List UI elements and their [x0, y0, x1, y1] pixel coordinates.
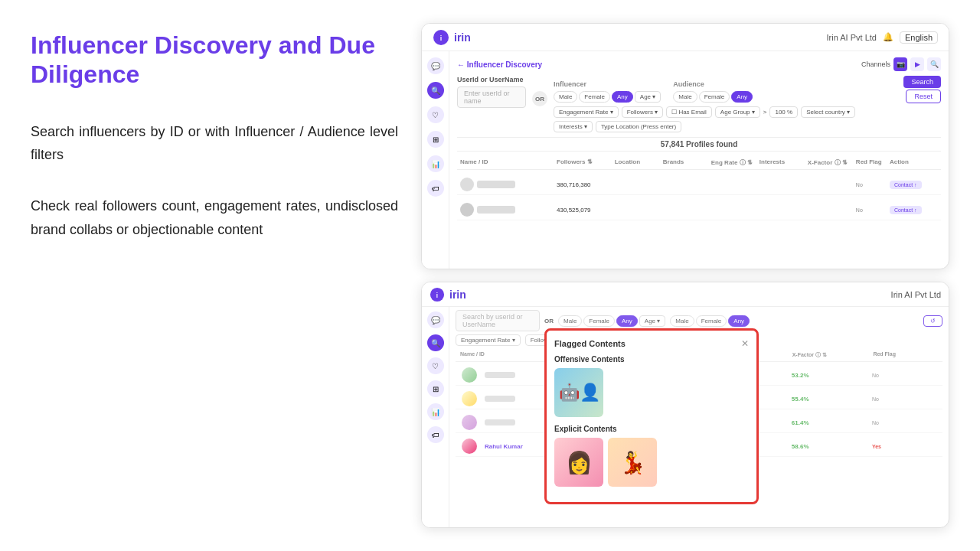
has-email-filter[interactable]: ☐ Has Email — [666, 106, 712, 118]
bottom-sidebar-search[interactable]: 🔍 — [427, 334, 444, 351]
td-action-row1[interactable]: Contact ↑ — [890, 181, 938, 189]
sidebar-icon-grid[interactable]: ⊞ — [427, 131, 444, 148]
influencer-male-btn[interactable]: Male — [554, 91, 577, 103]
location-filter[interactable]: Type Location (Press enter) — [596, 121, 681, 132]
language-selector-top[interactable]: English — [900, 31, 938, 44]
engagement-filter[interactable]: Engagement Rate ▾ — [554, 106, 619, 118]
audience-female-btn[interactable]: Female — [699, 91, 730, 103]
bottom-avatar-rahul — [462, 439, 477, 454]
influencer-female-btn[interactable]: Female — [579, 91, 610, 103]
channel-youtube[interactable]: ▶ — [910, 57, 924, 71]
company-name-bottom: Irin AI Pvt Ltd — [891, 290, 941, 299]
content-area-top: ← Influencer Discovery Channels 📷 ▶ 🔍 Us… — [449, 51, 949, 269]
bottom-age-filter[interactable]: Age ▾ — [639, 315, 665, 327]
sidebar-bottom: 💬 🔍 ♡ ⊞ 📊 🏷 — [422, 307, 449, 527]
bottom-sidebar-chat[interactable]: 💬 — [427, 311, 444, 328]
bottom-sidebar-chart[interactable]: 📊 — [427, 403, 444, 420]
offensive-img-1 — [554, 368, 603, 417]
bottom-search-input[interactable]: Search by userId or UserName — [456, 310, 540, 331]
pct-filter[interactable]: 100 % — [769, 106, 798, 118]
bottom-sidebar-grid[interactable]: ⊞ — [427, 380, 444, 397]
page-title: Influencer Discovery and Due Diligence — [31, 31, 398, 90]
logo-text-bottom: irin — [449, 289, 466, 301]
header-right-bottom: Irin AI Pvt Ltd — [891, 290, 941, 299]
modal-close-btn[interactable]: ✕ — [741, 338, 749, 349]
audience-male-btn[interactable]: Male — [673, 91, 697, 103]
reset-button[interactable]: Reset — [906, 90, 941, 103]
bottom-redflag-rahul: Yes — [872, 444, 936, 449]
th-brands: Brands — [663, 158, 711, 167]
bottom-xfactor-3: 61.4% — [792, 419, 872, 426]
th-xfactor: X-Factor ⓘ ⇅ — [808, 158, 856, 167]
app-body-top: 💬 🔍 ♡ ⊞ 📊 🏷 ← Influencer Discovery Chann… — [422, 51, 949, 269]
bottom-content-area: 💬 🔍 ♡ ⊞ 📊 🏷 Search by userId or UserName… — [422, 307, 949, 527]
followers-filter[interactable]: Followers ▾ — [622, 106, 663, 118]
svg-text:i: i — [440, 34, 443, 42]
bottom-sidebar-tag[interactable]: 🏷 — [427, 426, 444, 443]
bottom-th-xfactor: X-Factor ⓘ ⇅ — [792, 351, 874, 359]
bottom-avatar-2 — [462, 391, 477, 406]
age-filter[interactable]: Age ▾ — [635, 91, 661, 103]
td-redflag-row2: No — [856, 207, 890, 213]
explicit-img-2 — [608, 438, 657, 487]
bottom-sidebar-heart[interactable]: ♡ — [427, 357, 444, 374]
top-screenshot-card: i irin Irin AI Pvt Ltd 🔔 English 💬 🔍 ♡ — [421, 23, 949, 269]
company-name-top: Irin AI Pvt Ltd — [827, 33, 877, 42]
sidebar-icon-search[interactable]: 🔍 — [427, 82, 444, 99]
desc-block-2: Check real followers count, engagement r… — [31, 194, 398, 241]
bottom-aud-any[interactable]: Any — [728, 315, 750, 327]
back-link[interactable]: ← Influencer Discovery — [457, 60, 542, 69]
bottom-th-redflag: Red Flag — [873, 351, 938, 359]
bottom-male-btn[interactable]: Male — [558, 315, 582, 327]
avatar-row1 — [460, 178, 474, 191]
table-row: 380,716,380 No Contact ↑ — [457, 174, 941, 195]
table-header-top: Name / ID Followers ⇅ Location Brands En… — [457, 156, 941, 170]
bottom-any-btn[interactable]: Any — [616, 315, 638, 327]
explicit-label: Explicit Contents — [554, 425, 749, 433]
sidebar-icon-chart[interactable]: 📊 — [427, 155, 444, 172]
th-redflag: Red Flag — [856, 158, 890, 167]
bottom-engagement-filter[interactable]: Engagement Rate ▾ — [456, 334, 521, 346]
channels-bar: Channels 📷 ▶ 🔍 — [861, 57, 941, 71]
description-search: Search influencers by ID or with Influen… — [31, 120, 398, 167]
bottom-aud-female[interactable]: Female — [696, 315, 727, 327]
bottom-audience-btns: Male Female Any — [670, 315, 750, 327]
userid-placeholder: Enter userId or name — [464, 90, 510, 105]
description-check: Check real followers count, engagement r… — [31, 194, 398, 241]
country-filter[interactable]: Select country ▾ — [801, 106, 855, 118]
interests-filter[interactable]: Interests ▾ — [554, 121, 593, 132]
bottom-female-btn[interactable]: Female — [583, 315, 615, 327]
bottom-redflag-1: No — [872, 373, 936, 378]
left-panel: Influencer Discovery and Due Diligence S… — [31, 23, 398, 528]
th-followers: Followers ⇅ — [557, 158, 615, 167]
contact-btn-row1[interactable]: Contact ↑ — [890, 181, 922, 189]
bottom-aud-male[interactable]: Male — [670, 315, 694, 327]
search-button[interactable]: Search — [903, 76, 941, 88]
sidebar-icon-heart[interactable]: ♡ — [427, 106, 444, 123]
or-badge-top: OR — [532, 91, 547, 106]
bottom-redflag-3: No — [872, 420, 936, 425]
contact-btn-row2[interactable]: Contact ↑ — [890, 206, 922, 214]
channel-search-small[interactable]: 🔍 — [927, 57, 941, 71]
userid-input[interactable]: Enter userId or name — [457, 86, 526, 108]
userid-label: UserId or UserName — [457, 76, 526, 83]
th-interests: Interests — [760, 158, 808, 167]
bottom-name-blur-3 — [485, 419, 515, 425]
bottom-or-badge: OR — [544, 318, 554, 324]
explicit-images-row — [554, 438, 749, 487]
svg-text:i: i — [436, 292, 438, 298]
bottom-gender-btns: Male Female Any Age ▾ — [558, 315, 665, 327]
sidebar-icon-tag[interactable]: 🏷 — [427, 180, 444, 197]
table-row: 430,525,079 No Contact ↑ — [457, 200, 941, 220]
influencer-any-btn[interactable]: Any — [612, 91, 633, 103]
results-count: 57,841 Profiles found — [457, 137, 941, 152]
td-action-row2[interactable]: Contact ↑ — [890, 206, 938, 214]
age-group-filter[interactable]: Age Group ▾ — [715, 106, 760, 118]
audience-any-btn[interactable]: Any — [731, 91, 753, 103]
avatar-row2 — [460, 203, 474, 217]
bottom-reset-btn[interactable]: ↺ — [923, 315, 942, 327]
bottom-screenshot-card: i irin Irin AI Pvt Ltd 💬 🔍 ♡ ⊞ 📊 🏷 — [421, 282, 949, 528]
sidebar-icon-chat[interactable]: 💬 — [427, 57, 444, 74]
channel-instagram[interactable]: 📷 — [893, 57, 907, 71]
th-eng-rate: Eng Rate ⓘ ⇅ — [711, 158, 760, 167]
